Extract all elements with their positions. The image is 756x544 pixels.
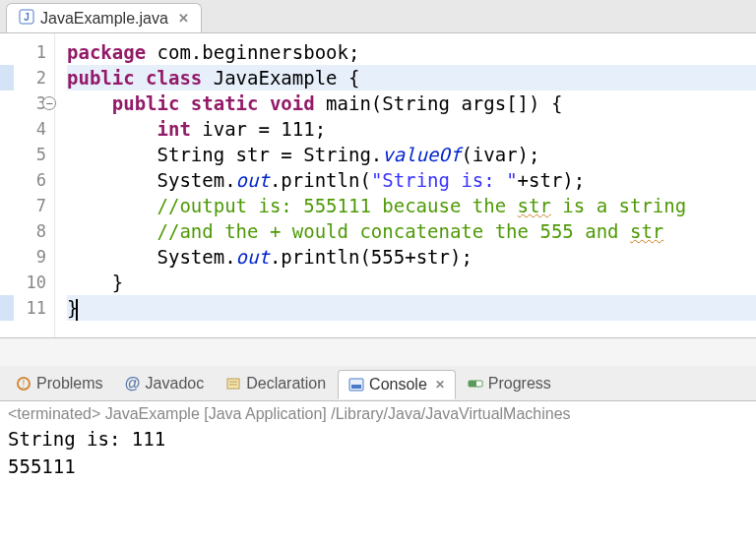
line-number: 3− <box>0 91 54 116</box>
console-view: <terminated> JavaExample [Java Applicati… <box>0 401 756 544</box>
line-number: 11 <box>0 295 54 321</box>
problems-icon: ! <box>16 376 32 392</box>
code-line[interactable]: //and the + would concatenate the 555 an… <box>67 218 756 244</box>
code-line[interactable]: } <box>67 295 756 321</box>
code-line[interactable]: int ivar = 111; <box>67 116 756 142</box>
view-tab-bar: !Problems@JavadocDeclarationConsole✕Prog… <box>0 366 756 401</box>
text-cursor <box>76 299 78 321</box>
line-number: 1 <box>0 39 54 65</box>
progress-icon <box>468 376 483 392</box>
svg-rect-8 <box>351 385 361 389</box>
console-run-header: <terminated> JavaExample [Java Applicati… <box>8 405 748 423</box>
console-icon <box>348 377 364 393</box>
line-number-gutter: 123−4567891011 <box>0 33 55 337</box>
tab-progress[interactable]: Progress <box>458 370 561 397</box>
line-number: 6 <box>0 167 54 193</box>
tab-javadoc[interactable]: @Javadoc <box>115 370 215 397</box>
tab-problems[interactable]: !Problems <box>6 370 113 397</box>
code-line[interactable]: package com.beginnersbook; <box>67 39 756 65</box>
line-number: 7 <box>0 193 54 218</box>
code-line[interactable]: public static void main(String args[]) { <box>67 91 756 116</box>
code-line[interactable]: System.out.println(555+str); <box>67 244 756 270</box>
editor-tab-label: JavaExample.java <box>40 10 168 28</box>
tab-label: Problems <box>36 375 103 393</box>
editor-tab-bar: J JavaExample.java ✕ <box>0 0 756 33</box>
code-line[interactable]: //output is: 555111 because the str is a… <box>67 193 756 218</box>
svg-rect-10 <box>469 381 476 387</box>
console-output[interactable]: String is: 111 555111 <box>8 425 748 480</box>
tab-label: Progress <box>488 375 551 393</box>
code-area[interactable]: package com.beginnersbook;public class J… <box>55 33 756 337</box>
line-number: 2 <box>0 65 54 91</box>
tab-label: Console <box>369 376 427 393</box>
code-line[interactable]: } <box>67 270 756 295</box>
declaration-icon <box>225 376 241 392</box>
line-number: 4 <box>0 116 54 142</box>
editor-tab[interactable]: J JavaExample.java ✕ <box>6 3 202 32</box>
close-icon[interactable]: ✕ <box>435 378 445 392</box>
tab-console[interactable]: Console✕ <box>338 370 456 399</box>
tab-label: Javadoc <box>146 375 205 393</box>
code-editor[interactable]: 123−4567891011 package com.beginnersbook… <box>0 33 756 338</box>
tab-declaration[interactable]: Declaration <box>216 370 336 397</box>
svg-text:J: J <box>24 12 30 23</box>
code-line[interactable]: String str = String.valueOf(ivar); <box>67 142 756 167</box>
tab-label: Declaration <box>246 375 326 393</box>
javadoc-icon: @ <box>125 376 141 392</box>
svg-text:!: ! <box>23 379 26 390</box>
fold-toggle-icon[interactable]: − <box>42 96 56 110</box>
line-number: 9 <box>0 244 54 270</box>
java-file-icon: J <box>19 9 34 28</box>
code-line[interactable]: public class JavaExample { <box>67 65 756 91</box>
svg-rect-4 <box>227 379 239 389</box>
code-line[interactable]: System.out.println("String is: "+str); <box>67 167 756 193</box>
line-number: 8 <box>0 218 54 244</box>
close-icon[interactable]: ✕ <box>178 11 189 26</box>
line-number: 10 <box>0 270 54 295</box>
line-number: 5 <box>0 142 54 167</box>
